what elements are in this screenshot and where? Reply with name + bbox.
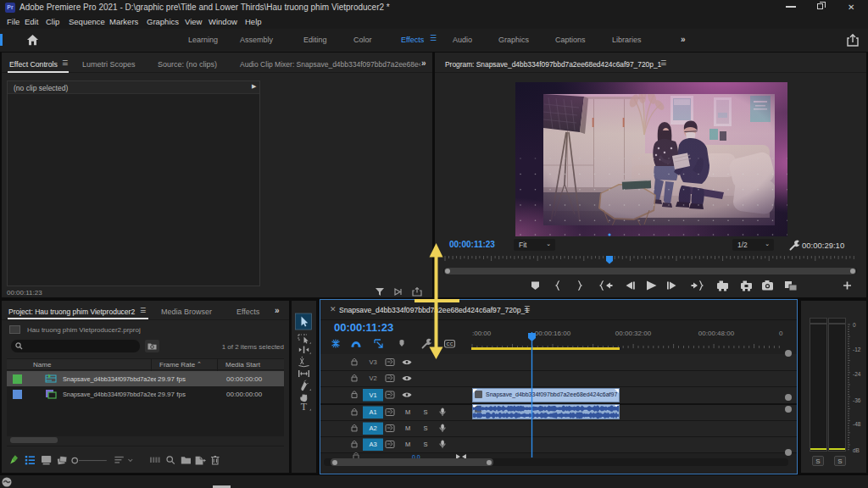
- svg-text:-12: -12: [853, 347, 861, 352]
- svg-text:dB: dB: [853, 447, 860, 453]
- svg-text:-36: -36: [853, 397, 861, 403]
- svg-text:-48: -48: [853, 421, 861, 427]
- svg-text:-24: -24: [853, 371, 861, 377]
- svg-text:0: 0: [853, 322, 856, 328]
- svg-text:T: T: [301, 401, 308, 413]
